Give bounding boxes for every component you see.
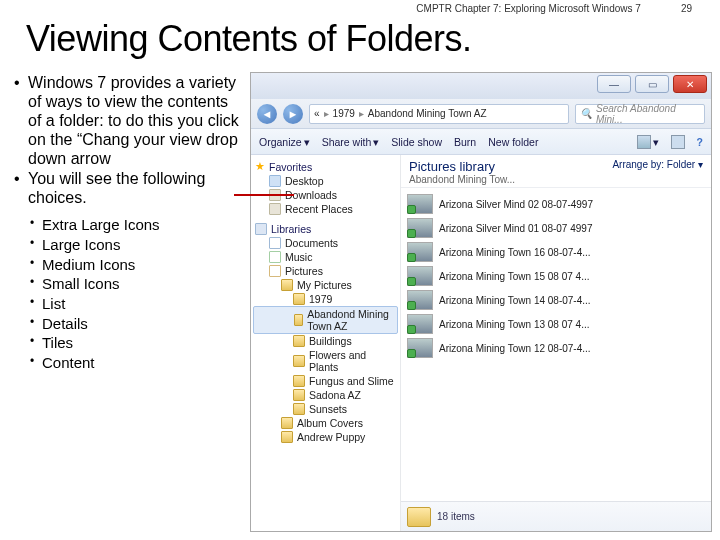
callout-line bbox=[234, 194, 294, 196]
newfolder-button[interactable]: New folder bbox=[488, 136, 538, 148]
nav-music[interactable]: Music bbox=[253, 250, 398, 264]
library-header: Arrange by: Folder ▾ Pictures library Ab… bbox=[401, 155, 711, 188]
burn-label: Burn bbox=[454, 136, 476, 148]
search-placeholder: Search Abandond Mini... bbox=[596, 103, 700, 125]
bullet-sub-6: Details bbox=[14, 315, 242, 333]
toolbar: Organize ▾ Share with ▾ Slide show Burn … bbox=[251, 129, 711, 155]
music-icon bbox=[269, 251, 281, 263]
nav-sunsets[interactable]: Sunsets bbox=[253, 402, 398, 416]
nav-recent[interactable]: Recent Places bbox=[253, 202, 398, 216]
image-thumb-icon bbox=[407, 242, 433, 262]
nav-1979[interactable]: 1979 bbox=[253, 292, 398, 306]
screenshot-column: — ▭ ✕ ◄ ► « ▸ 1979 ▸ Abandond Mining Tow… bbox=[250, 72, 712, 532]
share-with-menu[interactable]: Share with ▾ bbox=[322, 136, 380, 148]
libraries-header[interactable]: Libraries bbox=[253, 222, 398, 236]
folder-icon bbox=[293, 335, 305, 347]
slide-header: CMPTR Chapter 7: Exploring Microsoft Win… bbox=[0, 0, 720, 16]
file-listing: Arizona Silver Mind 02 08-07-4997 Arizon… bbox=[401, 188, 711, 501]
bullet-sub-5: List bbox=[14, 295, 242, 313]
recent-icon bbox=[269, 203, 281, 215]
image-thumb-icon bbox=[407, 338, 433, 358]
nav-buildings[interactable]: Buildings bbox=[253, 334, 398, 348]
libraries-label: Libraries bbox=[271, 223, 311, 235]
help-button[interactable]: ? bbox=[697, 136, 703, 148]
breadcrumb-seg-3: Abandond Mining Town AZ bbox=[368, 108, 487, 119]
newfolder-label: New folder bbox=[488, 136, 538, 148]
nav-pictures[interactable]: Pictures bbox=[253, 264, 398, 278]
bullet-main-2: You will see the following choices. bbox=[14, 170, 242, 208]
folder-icon bbox=[293, 375, 305, 387]
nav-my-pictures[interactable]: My Pictures bbox=[253, 278, 398, 292]
file-row[interactable]: Arizona Mining Town 16 08-07-4... bbox=[403, 240, 709, 264]
chevron-down-icon: ▾ bbox=[304, 136, 310, 148]
close-button[interactable]: ✕ bbox=[673, 75, 707, 93]
slideshow-button[interactable]: Slide show bbox=[391, 136, 442, 148]
preview-pane-button[interactable] bbox=[671, 135, 685, 149]
nav-documents[interactable]: Documents bbox=[253, 236, 398, 250]
file-row[interactable]: Arizona Mining Town 12 08-07-4... bbox=[403, 336, 709, 360]
file-row[interactable]: Arizona Mining Town 14 08-07-4... bbox=[403, 288, 709, 312]
explorer-window: — ▭ ✕ ◄ ► « ▸ 1979 ▸ Abandond Mining Tow… bbox=[250, 72, 712, 532]
pictures-icon bbox=[269, 265, 281, 277]
bullet-main-1: Windows 7 provides a variety of ways to … bbox=[14, 74, 242, 168]
bullet-sub-1: Extra Large Icons bbox=[14, 216, 242, 234]
nav-flowers[interactable]: Flowers and Plants bbox=[253, 348, 398, 374]
folder-icon bbox=[281, 279, 293, 291]
burn-button[interactable]: Burn bbox=[454, 136, 476, 148]
file-row[interactable]: Arizona Mining Town 13 08 07 4... bbox=[403, 312, 709, 336]
maximize-button[interactable]: ▭ bbox=[635, 75, 669, 93]
folder-icon bbox=[293, 389, 305, 401]
nav-album-covers[interactable]: Album Covers bbox=[253, 416, 398, 430]
window-titlebar: — ▭ ✕ bbox=[251, 73, 711, 99]
address-bar-row: ◄ ► « ▸ 1979 ▸ Abandond Mining Town AZ 🔍… bbox=[251, 99, 711, 129]
search-input[interactable]: 🔍 Search Abandond Mini... bbox=[575, 104, 705, 124]
share-with-label: Share with bbox=[322, 136, 372, 148]
slide: CMPTR Chapter 7: Exploring Microsoft Win… bbox=[0, 0, 720, 540]
bullet-sub-4: Small Icons bbox=[14, 275, 242, 293]
star-icon: ★ bbox=[255, 160, 265, 173]
folder-icon bbox=[294, 314, 303, 326]
nav-desktop[interactable]: Desktop bbox=[253, 174, 398, 188]
navigation-pane: ★Favorites Desktop Downloads Recent Plac… bbox=[251, 155, 401, 531]
back-button[interactable]: ◄ bbox=[257, 104, 277, 124]
slide-number: 29 bbox=[681, 3, 692, 14]
minimize-button[interactable]: — bbox=[597, 75, 631, 93]
text-column: Windows 7 provides a variety of ways to … bbox=[14, 72, 242, 532]
change-view-button[interactable]: ▾ bbox=[637, 135, 659, 149]
file-row[interactable]: Arizona Silver Mind 02 08-07-4997 bbox=[403, 192, 709, 216]
forward-button[interactable]: ► bbox=[283, 104, 303, 124]
file-row[interactable]: Arizona Mining Town 15 08 07 4... bbox=[403, 264, 709, 288]
organize-menu[interactable]: Organize ▾ bbox=[259, 136, 310, 148]
content-pane: Arrange by: Folder ▾ Pictures library Ab… bbox=[401, 155, 711, 531]
documents-icon bbox=[269, 237, 281, 249]
details-pane: 18 items bbox=[401, 501, 711, 531]
favorites-header[interactable]: ★Favorites bbox=[253, 159, 398, 174]
folder-icon bbox=[293, 403, 305, 415]
folder-icon bbox=[407, 507, 431, 527]
nav-andrew-puppy[interactable]: Andrew Puppy bbox=[253, 430, 398, 444]
image-thumb-icon bbox=[407, 290, 433, 310]
bullet-sub-2: Large Icons bbox=[14, 236, 242, 254]
bullet-sub-8: Content bbox=[14, 354, 242, 372]
nav-abandoned-mining[interactable]: Abandond Mining Town AZ bbox=[253, 306, 398, 334]
folder-icon bbox=[293, 355, 305, 367]
nav-fungus[interactable]: Fungus and Slime bbox=[253, 374, 398, 388]
arrange-by[interactable]: Arrange by: Folder ▾ bbox=[612, 159, 703, 170]
libraries-icon bbox=[255, 223, 267, 235]
folder-icon bbox=[281, 431, 293, 443]
library-subtitle: Abandond Mining Tow... bbox=[409, 174, 703, 185]
file-row[interactable]: Arizona Silver Mind 01 08-07 4997 bbox=[403, 216, 709, 240]
help-icon: ? bbox=[697, 136, 703, 148]
nav-sadona[interactable]: Sadona AZ bbox=[253, 388, 398, 402]
preview-pane-icon bbox=[671, 135, 685, 149]
explorer-body: ★Favorites Desktop Downloads Recent Plac… bbox=[251, 155, 711, 531]
bullet-sub-3: Medium Icons bbox=[14, 256, 242, 274]
bullet-sub-7: Tiles bbox=[14, 334, 242, 352]
breadcrumb-seg-1: « bbox=[314, 108, 320, 119]
image-thumb-icon bbox=[407, 266, 433, 286]
favorites-label: Favorites bbox=[269, 161, 312, 173]
image-thumb-icon bbox=[407, 314, 433, 334]
slide-title: Viewing Contents of Folders. bbox=[0, 16, 720, 68]
breadcrumb[interactable]: « ▸ 1979 ▸ Abandond Mining Town AZ bbox=[309, 104, 569, 124]
chevron-right-icon: ▸ bbox=[359, 108, 364, 119]
